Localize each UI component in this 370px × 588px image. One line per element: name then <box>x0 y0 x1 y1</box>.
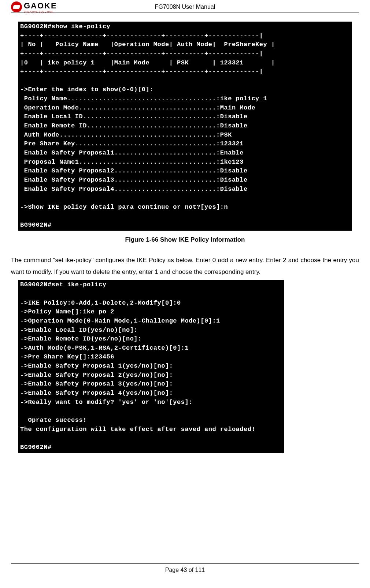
page-footer: Page 43 of 111 <box>11 563 359 573</box>
terminal-output-set-ike: BG9002N#set ike-policy ->IKE Policy:0-Ad… <box>18 280 284 453</box>
body-paragraph: The command "set ike-policy" configures … <box>11 254 359 278</box>
logo-icon <box>11 1 22 12</box>
logo-text-block: GAOKE CREATIVE SOLUTION <box>24 1 57 13</box>
terminal-output-show-ike: BG9002N#show ike-policy +----+----------… <box>18 22 352 231</box>
page-header: GAOKE CREATIVE SOLUTION FG7008N User Man… <box>11 0 359 12</box>
document-title: FG7008N User Manual <box>155 4 215 10</box>
figure-caption: Figure 1-66 Show IKE Policy Information <box>11 236 359 243</box>
logo-tagline: CREATIVE SOLUTION <box>24 11 57 13</box>
logo-block: GAOKE CREATIVE SOLUTION <box>11 1 57 13</box>
page-container: GAOKE CREATIVE SOLUTION FG7008N User Man… <box>0 0 370 588</box>
logo-text: GAOKE <box>24 1 57 11</box>
